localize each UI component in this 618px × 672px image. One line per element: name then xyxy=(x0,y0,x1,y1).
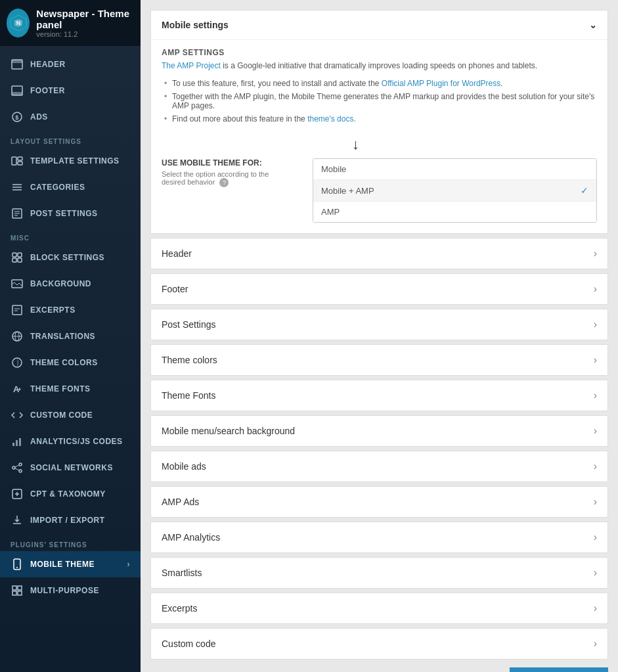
mobile-icon xyxy=(11,558,24,571)
sidebar-item-import-export[interactable]: IMPORT / EXPORT xyxy=(0,507,141,533)
sidebar-item-label: BLOCK SETTINGS xyxy=(30,253,104,262)
sidebar-item-label: HEADER xyxy=(30,60,66,69)
sidebar-item-ads[interactable]: $ ADS xyxy=(0,104,141,130)
sidebar-item-translations[interactable]: TRANSLATIONS xyxy=(0,323,141,349)
sidebar-item-label: ADS xyxy=(30,112,48,122)
svg-rect-3 xyxy=(12,60,22,63)
help-badge[interactable]: ? xyxy=(219,178,229,187)
accordion-header-smartlists[interactable]: Smartlists › xyxy=(151,558,607,588)
save-button[interactable]: SAVE SETTINGS xyxy=(510,667,608,672)
sidebar-item-analytics[interactable]: ANALYTICS/JS CODES xyxy=(0,428,141,455)
accordion-header-theme-colors[interactable]: Theme colors › xyxy=(151,345,607,375)
amp-bullet-3: Find out more about this feature in the … xyxy=(162,112,597,125)
use-mobile-label: USE MOBILE THEME FOR: xyxy=(162,158,293,168)
sidebar-item-multi-purpose[interactable]: MULTI-PURPOSE xyxy=(0,577,141,604)
footer-icon xyxy=(11,84,24,97)
accordion-card-excerpts: Excerpts › xyxy=(150,593,608,624)
sidebar-item-theme-fonts[interactable]: A+ THEME FONTS xyxy=(0,376,141,402)
sidebar-item-block-settings[interactable]: BLOCK SETTINGS xyxy=(0,244,141,271)
background-icon xyxy=(11,277,24,290)
chevron-right-icon: › xyxy=(594,496,597,508)
sidebar-item-post-settings[interactable]: POST SETTINGS xyxy=(0,200,141,227)
block-icon xyxy=(11,251,24,264)
accordion-label-smartlists: Smartlists xyxy=(162,568,202,578)
accordion-card-custom-code: Custom code › xyxy=(150,628,608,660)
svg-text:N: N xyxy=(16,20,20,26)
amp-project-link[interactable]: The AMP Project xyxy=(162,61,221,70)
sidebar-item-label: CPT & TAXONOMY xyxy=(30,489,106,499)
sidebar-item-footer[interactable]: FOOTER xyxy=(0,78,141,104)
sidebar-item-categories[interactable]: CATEGORIES xyxy=(0,174,141,200)
cpt-icon xyxy=(11,487,24,501)
sidebar-item-label: THEME FONTS xyxy=(30,384,91,393)
amp-plugin-link[interactable]: Official AMP Plugin for WordPress xyxy=(382,79,500,88)
app-title: Newspaper - Theme panel xyxy=(36,8,134,30)
app-version: version: 11.2 xyxy=(36,30,134,38)
accordion-label-excerpts: Excerpts xyxy=(162,603,197,614)
sidebar-item-template-settings[interactable]: TEMPLATE SETTINGS xyxy=(0,148,141,174)
svg-rect-48 xyxy=(18,591,22,595)
accordion-label-amp-analytics: AMP Analytics xyxy=(162,532,220,543)
accordion-header-mobile-menu[interactable]: Mobile menu/search background › xyxy=(151,416,607,446)
accordion-header-amp-analytics[interactable]: AMP Analytics › xyxy=(151,522,607,552)
excerpts-icon xyxy=(11,303,24,317)
accordion-card-footer: Footer › xyxy=(150,273,608,305)
misc-section-label: MISC xyxy=(0,227,141,244)
amp-settings-title: AMP SETTINGS xyxy=(162,40,597,61)
option-mobile-amp[interactable]: Mobile + AMP ✓ xyxy=(313,180,596,202)
save-section: SAVE SETTINGS xyxy=(150,663,608,672)
arrow-indicator: ↓ xyxy=(162,136,597,158)
sidebar-item-excerpts[interactable]: EXCERPTS xyxy=(0,297,141,323)
svg-rect-5 xyxy=(12,92,22,95)
sidebar-item-label: ANALYTICS/JS CODES xyxy=(30,437,123,446)
accordion-header-header[interactable]: Header › xyxy=(151,238,607,269)
accordion-header-theme-fonts[interactable]: Theme Fonts › xyxy=(151,380,607,411)
accordion-card-theme-fonts: Theme Fonts › xyxy=(150,380,608,411)
accordion-header-footer[interactable]: Footer › xyxy=(151,274,607,304)
translations-icon xyxy=(11,330,24,343)
svg-rect-32 xyxy=(12,443,14,446)
sidebar-item-cpt-taxonomy[interactable]: CPT & TAXONOMY xyxy=(0,481,141,507)
accordion-header-amp-ads[interactable]: AMP Ads › xyxy=(151,487,607,517)
accordion-header-mobile-ads[interactable]: Mobile ads › xyxy=(151,451,607,482)
accordion-card-post-settings: Post Settings › xyxy=(150,309,608,340)
svg-rect-47 xyxy=(12,591,16,595)
chevron-right-icon: › xyxy=(594,567,597,579)
check-icon: ✓ xyxy=(581,185,588,196)
sidebar-item-mobile-theme[interactable]: MOBILE THEME › xyxy=(0,551,141,577)
chevron-right-icon: › xyxy=(594,602,597,614)
accordion-label-post-settings: Post Settings xyxy=(162,319,216,330)
mobile-theme-options: Mobile Mobile + AMP ✓ AMP xyxy=(313,158,597,223)
sidebar-item-label: POST SETTINGS xyxy=(30,209,98,218)
sidebar-item-label: TRANSLATIONS xyxy=(30,332,95,341)
svg-point-44 xyxy=(16,567,18,568)
post-icon xyxy=(11,207,24,220)
mobile-settings-collapse-icon[interactable]: ⌄ xyxy=(589,20,597,30)
chevron-right-icon: › xyxy=(594,390,597,401)
option-mobile[interactable]: Mobile xyxy=(313,159,596,180)
sidebar-item-label: MULTI-PURPOSE xyxy=(30,586,99,595)
mobile-settings-header[interactable]: Mobile settings ⌄ xyxy=(151,11,607,39)
sidebar-item-background[interactable]: BACKGROUND xyxy=(0,271,141,297)
accordion-label-mobile-menu: Mobile menu/search background xyxy=(162,426,295,436)
mobile-settings-card: Mobile settings ⌄ AMP SETTINGS The AMP P… xyxy=(150,10,608,234)
svg-rect-10 xyxy=(18,162,22,165)
svg-rect-34 xyxy=(19,438,21,446)
sidebar-item-label: BACKGROUND xyxy=(30,279,91,288)
accordion-header-excerpts[interactable]: Excerpts › xyxy=(151,593,607,623)
sidebar-item-custom-code[interactable]: CUSTOM CODE xyxy=(0,402,141,428)
accordion-header-custom-code[interactable]: Custom code › xyxy=(151,629,607,659)
svg-rect-46 xyxy=(18,586,22,590)
sidebar-item-label: CUSTOM CODE xyxy=(30,411,93,420)
themes-docs-link[interactable]: theme's docs xyxy=(307,114,353,123)
accordion-header-post-settings[interactable]: Post Settings › xyxy=(151,309,607,340)
logo-icon: N xyxy=(7,9,30,37)
option-amp[interactable]: AMP xyxy=(313,202,596,222)
accordion-card-mobile-menu: Mobile menu/search background › xyxy=(150,415,608,447)
sidebar-item-theme-colors[interactable]: THEME COLORS xyxy=(0,349,141,376)
sidebar-item-social-networks[interactable]: SOCIAL NETWORKS xyxy=(0,455,141,481)
accordion-label-theme-fonts: Theme Fonts xyxy=(162,390,215,401)
sidebar: N Newspaper - Theme panel version: 11.2 … xyxy=(0,0,141,672)
chevron-right-icon: › xyxy=(594,531,597,543)
sidebar-item-header[interactable]: HEADER xyxy=(0,51,141,78)
